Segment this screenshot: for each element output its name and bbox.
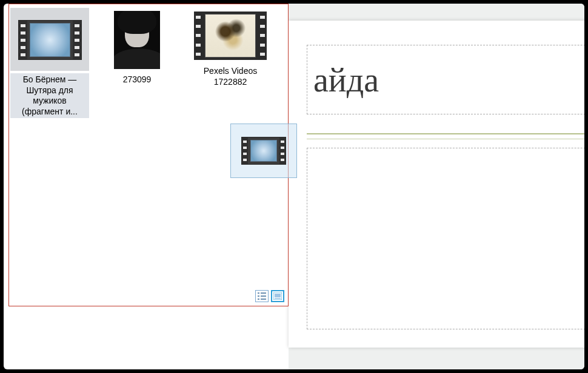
slide-canvas-area: айда	[289, 4, 584, 369]
list-view-button[interactable]	[255, 290, 269, 302]
svg-rect-7	[275, 294, 281, 297]
thumbnail-view-button[interactable]	[271, 290, 284, 302]
video-file-icon	[18, 20, 82, 60]
list-view-icon	[258, 292, 266, 300]
file-item-video[interactable]: Бо Бёрнем — Шутяра для мужиков (фрагмент…	[10, 8, 89, 118]
svg-rect-8	[275, 298, 281, 299]
file-label: 273099	[121, 73, 153, 87]
svg-rect-3	[261, 295, 266, 297]
video-thumbnail	[194, 12, 267, 60]
file-item-image[interactable]: 273099	[98, 8, 176, 87]
file-thumbnail-wrap	[10, 8, 89, 71]
slide-body-placeholder[interactable]	[307, 148, 584, 329]
file-label: Бо Бёрнем — Шутяра для мужиков (фрагмент…	[10, 73, 89, 118]
slide-divider	[307, 133, 584, 134]
slide-title-placeholder[interactable]: айда	[307, 45, 584, 114]
file-item-video[interactable]: Pexels Videos 1722882	[185, 8, 276, 88]
svg-rect-2	[258, 295, 259, 297]
drag-preview	[230, 124, 297, 178]
slide-divider	[307, 139, 584, 139]
slide-title-text: айда	[313, 61, 379, 99]
file-list: Бо Бёрнем — Шутяра для мужиков (фрагмент…	[9, 8, 288, 118]
view-mode-switch	[255, 290, 284, 302]
svg-rect-1	[261, 292, 266, 294]
svg-rect-5	[261, 299, 266, 300]
slide[interactable]: айда	[289, 21, 584, 348]
video-file-icon	[241, 137, 286, 165]
svg-rect-0	[258, 292, 259, 294]
thumbnail-view-icon	[273, 292, 282, 300]
file-thumbnail-wrap	[185, 8, 276, 62]
svg-rect-4	[258, 299, 259, 300]
file-thumbnail-wrap	[98, 8, 176, 71]
file-label: Pexels Videos 1722882	[185, 65, 276, 88]
image-thumbnail	[114, 11, 160, 69]
app-frame: айда Бо Бёрнем — Шутяра для мужиков (фра…	[4, 4, 584, 369]
